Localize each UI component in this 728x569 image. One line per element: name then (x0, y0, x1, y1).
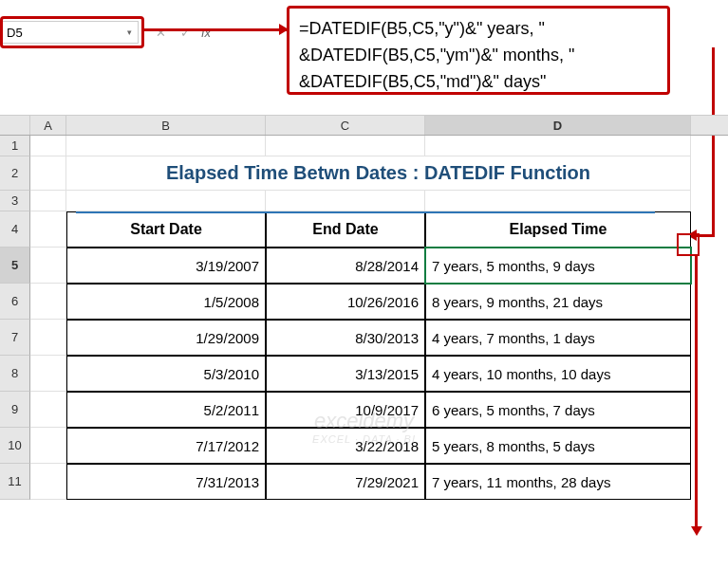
cell-d5[interactable]: 7 years, 5 months, 9 days (425, 248, 691, 284)
row-header-8[interactable]: 8 (0, 356, 30, 392)
column-headers: A B C D (0, 115, 728, 136)
formula-input[interactable]: =DATEDIF(B5,C5,"y")&" years, " &DATEDIF(… (287, 6, 670, 95)
row-header-11[interactable]: 11 (0, 464, 30, 500)
cell-b11[interactable]: 7/31/2013 (66, 464, 266, 500)
cell-b9[interactable]: 5/2/2011 (66, 392, 266, 428)
cell-d8[interactable]: 4 years, 10 months, 10 days (425, 356, 691, 392)
annotation-fill-handle-box (677, 233, 700, 256)
formula-line-1: =DATEDIF(B5,C5,"y")&" years, " (299, 16, 658, 43)
cancel-icon[interactable]: ✕ (152, 26, 169, 40)
annotation-arrowhead-down (691, 526, 702, 536)
cell-d6[interactable]: 8 years, 9 months, 21 days (425, 284, 691, 320)
annotation-arrow-down (695, 254, 698, 529)
cell-b1[interactable] (66, 136, 266, 156)
row-header-3[interactable]: 3 (0, 191, 30, 211)
header-elapsed[interactable]: Elapsed Time (425, 211, 691, 248)
header-start[interactable]: Start Date (66, 211, 266, 248)
formula-controls: ✕ ✓ fx (146, 21, 216, 44)
row-header-6[interactable]: 6 (0, 284, 30, 320)
cell-a9[interactable] (30, 392, 66, 428)
row-header-4[interactable]: 4 (0, 211, 30, 248)
cell-a5[interactable] (30, 248, 66, 284)
row-header-1[interactable]: 1 (0, 136, 30, 156)
cell-d7[interactable]: 4 years, 7 months, 1 days (425, 320, 691, 356)
cell-a8[interactable] (30, 356, 66, 392)
cell-c1[interactable] (266, 136, 425, 156)
cell-a6[interactable] (30, 284, 66, 320)
fx-icon[interactable]: fx (201, 26, 211, 40)
sheet-title[interactable]: Elapsed Time Betwn Dates : DATEDIF Funct… (66, 156, 691, 191)
row-header-9[interactable]: 9 (0, 392, 30, 428)
cell-b7[interactable]: 1/29/2009 (66, 320, 266, 356)
cell-d10[interactable]: 5 years, 8 months, 5 days (425, 428, 691, 464)
cell-c3[interactable] (266, 191, 425, 211)
cell-d11[interactable]: 7 years, 11 months, 28 days (425, 464, 691, 500)
cell-c11[interactable]: 7/29/2021 (266, 464, 425, 500)
select-all-corner[interactable] (0, 116, 30, 135)
col-header-b[interactable]: B (66, 116, 266, 135)
cell-a7[interactable] (30, 320, 66, 356)
cell-d1[interactable] (425, 136, 691, 156)
row-header-2[interactable]: 2 (0, 156, 30, 191)
cell-c8[interactable]: 3/13/2015 (266, 356, 425, 392)
cell-d9[interactable]: 6 years, 5 months, 7 days (425, 392, 691, 428)
cell-a3[interactable] (30, 191, 66, 211)
cell-b10[interactable]: 7/17/2012 (66, 428, 266, 464)
annotation-name-box (0, 16, 144, 48)
col-header-d[interactable]: D (425, 116, 691, 135)
cell-c9[interactable]: 10/9/2017 (266, 392, 425, 428)
cell-c7[interactable]: 8/30/2013 (266, 320, 425, 356)
row-header-7[interactable]: 7 (0, 320, 30, 356)
header-end[interactable]: End Date (266, 211, 425, 248)
cell-a2[interactable] (30, 156, 66, 191)
enter-icon[interactable]: ✓ (177, 26, 194, 40)
col-header-a[interactable]: A (30, 116, 66, 135)
annotation-arrow-right (144, 28, 287, 32)
cell-a1[interactable] (30, 136, 66, 156)
row-header-10[interactable]: 10 (0, 428, 30, 464)
cell-b6[interactable]: 1/5/2008 (66, 284, 266, 320)
formula-line-2: &DATEDIF(B5,C5,"ym")&" months, " (299, 43, 658, 69)
cell-c5[interactable]: 8/28/2014 (266, 248, 425, 284)
col-header-c[interactable]: C (266, 116, 425, 135)
cell-b3[interactable] (66, 191, 266, 211)
cell-b8[interactable]: 5/3/2010 (66, 356, 266, 392)
cell-a10[interactable] (30, 428, 66, 464)
cell-d3[interactable] (425, 191, 691, 211)
cell-c6[interactable]: 10/26/2016 (266, 284, 425, 320)
cell-a4[interactable] (30, 211, 66, 248)
formula-line-3: &DATEDIF(B5,C5,"md")&" days" (299, 69, 658, 96)
cell-b5[interactable]: 3/19/2007 (66, 248, 266, 284)
title-underline (76, 211, 655, 213)
row-header-5[interactable]: 5 (0, 248, 30, 284)
cell-a11[interactable] (30, 464, 66, 500)
cell-c10[interactable]: 3/22/2018 (266, 428, 425, 464)
spreadsheet-grid: 1 2 Elapsed Time Betwn Dates : DATEDIF F… (0, 136, 728, 569)
